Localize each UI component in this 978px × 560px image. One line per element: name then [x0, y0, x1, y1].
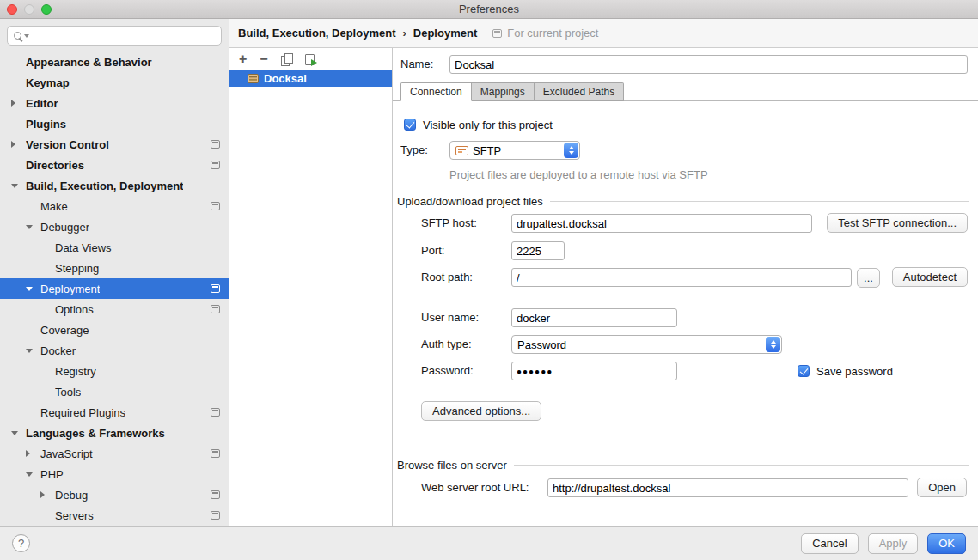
server-list-item[interactable]: Docksal	[229, 70, 392, 87]
search-icon	[13, 31, 23, 41]
user-name-input[interactable]	[511, 308, 677, 327]
sidebar-item-debugger[interactable]: Debugger	[0, 216, 229, 237]
sidebar-item-data-views[interactable]: Data Views	[0, 237, 229, 258]
sidebar-item-options[interactable]: Options	[0, 299, 229, 320]
breadcrumb-bar: Build, Execution, Deployment › Deploymen…	[229, 19, 978, 48]
close-window-button[interactable]	[7, 4, 17, 15]
project-settings-icon	[211, 284, 220, 293]
chevron-right-icon[interactable]	[40, 491, 55, 498]
minimize-window-button[interactable]	[24, 4, 34, 15]
sidebar-item-docker[interactable]: Docker	[0, 340, 229, 361]
project-settings-icon	[492, 29, 502, 38]
settings-search[interactable]	[7, 26, 222, 46]
tab-mappings[interactable]: Mappings	[472, 82, 535, 101]
sidebar-item-label: Make	[40, 200, 68, 213]
sidebar-item-label: Debug	[55, 489, 88, 502]
chevron-right-icon[interactable]	[11, 100, 26, 107]
visible-only-checkbox[interactable]	[404, 119, 416, 131]
port-input[interactable]	[511, 241, 565, 260]
cancel-button[interactable]: Cancel	[801, 533, 858, 554]
chevron-right-icon[interactable]	[26, 450, 40, 457]
project-settings-icon	[211, 140, 220, 149]
sidebar-item-javascript[interactable]: JavaScript	[0, 443, 229, 464]
browse-group-label: Browse files on server	[397, 459, 507, 472]
auth-type-dropdown[interactable]: Password	[511, 335, 782, 354]
titlebar[interactable]: Preferences	[0, 0, 978, 19]
ok-button[interactable]: OK	[927, 533, 966, 554]
help-button[interactable]: ?	[12, 534, 30, 552]
sidebar-item-coverage[interactable]: Coverage	[0, 320, 229, 340]
sidebar-item-editor[interactable]: Editor	[0, 93, 229, 113]
chevron-down-icon[interactable]	[26, 472, 40, 477]
sidebar-item-languages-frameworks[interactable]: Languages & Frameworks	[0, 423, 229, 443]
dropdown-arrows-icon	[766, 337, 780, 352]
auth-type-label: Auth type:	[421, 335, 472, 354]
advanced-options-button[interactable]: Advanced options...	[421, 401, 541, 421]
sidebar-item-deployment[interactable]: Deployment	[0, 278, 229, 299]
browse-root-path-button[interactable]: ...	[857, 268, 880, 288]
save-password-checkbox[interactable]	[798, 365, 810, 377]
tab-connection[interactable]: Connection	[400, 82, 472, 101]
paste-server-button[interactable]	[305, 54, 315, 65]
server-icon	[248, 74, 259, 83]
plus-icon: +	[239, 53, 247, 65]
breadcrumb-separator: ›	[402, 27, 406, 40]
sidebar-item-required-plugins[interactable]: Required Plugins	[0, 402, 229, 423]
minus-icon: −	[260, 53, 267, 65]
sidebar-item-label: Deployment	[40, 283, 100, 295]
search-options-chevron-icon[interactable]	[24, 34, 29, 38]
apply-button[interactable]: Apply	[868, 533, 919, 554]
sidebar-item-version-control[interactable]: Version Control	[0, 134, 229, 155]
sidebar-item-label: Build, Execution, Deployment	[26, 180, 183, 192]
password-input[interactable]	[511, 362, 677, 380]
upload-group-header: Upload/download project files	[397, 194, 969, 208]
autodetect-button[interactable]: Autodetect	[892, 267, 968, 287]
sidebar-item-label: Directories	[26, 159, 84, 172]
copy-server-button[interactable]	[281, 53, 292, 65]
zoom-window-button[interactable]	[41, 4, 52, 15]
sidebar-item-keymap[interactable]: Keymap	[0, 72, 229, 93]
sidebar-item-build-execution-deployment[interactable]: Build, Execution, Deployment	[0, 175, 229, 196]
sidebar-item-appearance-behavior[interactable]: Appearance & Behavior	[0, 52, 229, 72]
remove-server-button[interactable]: −	[260, 53, 267, 65]
web-root-input[interactable]	[547, 478, 908, 497]
sidebar-item-label: Registry	[55, 365, 96, 378]
dialog-footer: ? Cancel Apply OK	[0, 526, 978, 560]
chevron-down-icon[interactable]	[26, 287, 40, 291]
sidebar-item-make[interactable]: Make	[0, 196, 229, 216]
open-button[interactable]: Open	[917, 478, 967, 497]
chevron-right-icon[interactable]	[11, 141, 26, 148]
server-list-pane: + −	[229, 48, 393, 526]
sidebar-item-stepping[interactable]: Stepping	[0, 258, 229, 278]
chevron-down-icon[interactable]	[26, 225, 40, 229]
sidebar-item-php[interactable]: PHP	[0, 464, 229, 484]
chevron-down-icon[interactable]	[11, 184, 26, 188]
settings-search-input[interactable]	[34, 30, 216, 42]
name-input[interactable]	[449, 55, 968, 74]
chevron-down-icon[interactable]	[11, 431, 26, 435]
user-name-label: User name:	[421, 308, 479, 327]
project-settings-icon	[211, 408, 220, 417]
tab-excluded-paths[interactable]: Excluded Paths	[535, 82, 624, 101]
name-label: Name:	[400, 55, 433, 74]
sidebar-item-registry[interactable]: Registry	[0, 361, 229, 381]
sidebar-item-label: Stepping	[55, 262, 99, 275]
sidebar-item-plugins[interactable]: Plugins	[0, 113, 229, 134]
project-settings-icon	[211, 511, 220, 520]
save-password-row: Save password	[798, 364, 893, 378]
type-dropdown[interactable]: SFTP	[449, 141, 580, 160]
sidebar-item-tools[interactable]: Tools	[0, 381, 229, 402]
chevron-down-icon[interactable]	[26, 349, 40, 353]
tab-bar: Connection Mappings Excluded Paths	[400, 82, 624, 101]
sftp-host-input[interactable]	[511, 214, 812, 233]
sidebar-item-directories[interactable]: Directories	[0, 155, 229, 175]
test-sftp-connection-button[interactable]: Test SFTP connection...	[827, 213, 968, 233]
sidebar-item-servers[interactable]: Servers	[0, 505, 229, 526]
add-server-button[interactable]: +	[239, 53, 247, 65]
breadcrumb-parent[interactable]: Build, Execution, Deployment	[238, 27, 395, 40]
root-path-input[interactable]	[511, 268, 852, 287]
window-title: Preferences	[459, 3, 519, 15]
sftp-icon	[455, 146, 468, 155]
sidebar-item-debug[interactable]: Debug	[0, 484, 229, 505]
web-root-label: Web server root URL:	[421, 478, 529, 497]
